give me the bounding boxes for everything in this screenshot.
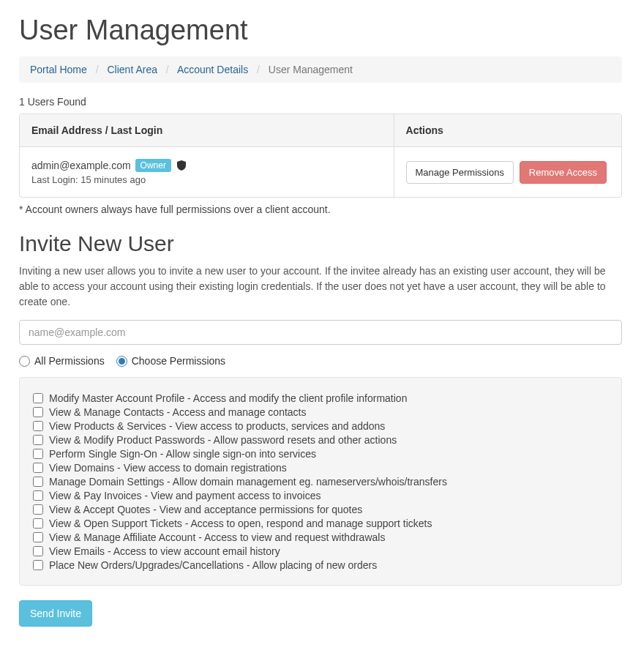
permission-item: View & Pay Invoices - View and payment a… <box>33 488 608 502</box>
column-header-email: Email Address / Last Login <box>20 114 394 147</box>
permission-label: Manage Domain Settings - Allow domain ma… <box>49 476 447 488</box>
breadcrumb-current: User Management <box>269 64 353 75</box>
breadcrumb-separator: / <box>166 64 169 75</box>
remove-access-button[interactable]: Remove Access <box>520 161 607 184</box>
radio-choose-permissions-label[interactable]: Choose Permissions <box>116 355 225 367</box>
users-table: Email Address / Last Login Actions admin… <box>19 113 622 198</box>
breadcrumb-separator: / <box>96 64 99 75</box>
permission-item: View & Manage Affiliate Account - Access… <box>33 530 608 544</box>
invite-description: Inviting a new user allows you to invite… <box>19 264 622 310</box>
owner-footnote: * Account owners always have full permis… <box>19 204 622 215</box>
permission-label: View & Modify Product Passwords - Allow … <box>49 434 397 446</box>
last-login-text: Last Login: 15 minutes ago <box>31 174 382 185</box>
permission-checkbox[interactable] <box>33 477 43 487</box>
permission-checkbox[interactable] <box>33 532 43 542</box>
radio-choose-permissions[interactable] <box>116 356 127 367</box>
permission-label: View Emails - Access to view account ema… <box>49 545 280 557</box>
table-row: admin@example.com Owner Last Login: 15 m… <box>20 147 621 197</box>
permission-label: View & Manage Contacts - Access and mana… <box>49 406 307 418</box>
permissions-panel: Modify Master Account Profile - Access a… <box>19 377 622 586</box>
permission-label: View & Pay Invoices - View and payment a… <box>49 490 320 501</box>
permission-checkbox[interactable] <box>33 435 43 445</box>
permission-label: View Products & Services - View access t… <box>49 420 385 432</box>
permission-item: Perform Single Sign-On - Allow single si… <box>33 447 608 460</box>
radio-all-permissions[interactable] <box>19 356 30 367</box>
permission-checkbox[interactable] <box>33 546 43 556</box>
permission-checkbox[interactable] <box>33 518 43 529</box>
permission-item: View & Open Support Tickets - Access to … <box>33 516 608 530</box>
radio-all-text: All Permissions <box>34 355 105 367</box>
permission-checkbox[interactable] <box>33 449 43 459</box>
permission-item: Manage Domain Settings - Allow domain ma… <box>33 474 608 488</box>
breadcrumb: Portal Home / Client Area / Account Deta… <box>19 56 622 83</box>
owner-badge: Owner <box>135 159 171 172</box>
permission-label: View & Manage Affiliate Account - Access… <box>49 531 385 543</box>
permission-label: View Domains - View access to domain reg… <box>49 462 287 474</box>
permission-item: View & Modify Product Passwords - Allow … <box>33 433 608 447</box>
permission-checkbox[interactable] <box>33 560 43 570</box>
permission-item: Modify Master Account Profile - Access a… <box>33 391 608 405</box>
permission-checkbox[interactable] <box>33 490 43 501</box>
invite-heading: Invite New User <box>19 231 622 256</box>
breadcrumb-portal-home[interactable]: Portal Home <box>30 64 87 75</box>
user-email: admin@example.com <box>31 160 131 171</box>
shield-icon <box>177 160 186 171</box>
radio-all-permissions-label[interactable]: All Permissions <box>19 355 105 367</box>
manage-permissions-button[interactable]: Manage Permissions <box>406 161 514 184</box>
breadcrumb-separator: / <box>257 64 260 75</box>
permission-item: Place New Orders/Upgrades/Cancellations … <box>33 558 608 572</box>
radio-choose-text: Choose Permissions <box>132 355 225 367</box>
permission-label: View & Accept Quotes - View and acceptan… <box>49 504 362 515</box>
breadcrumb-client-area[interactable]: Client Area <box>107 64 157 75</box>
permission-checkbox[interactable] <box>33 504 43 515</box>
permission-label: Perform Single Sign-On - Allow single si… <box>49 448 316 460</box>
column-header-actions: Actions <box>394 114 621 147</box>
permission-item: View Domains - View access to domain reg… <box>33 460 608 474</box>
permission-checkbox[interactable] <box>33 407 43 417</box>
breadcrumb-account-details[interactable]: Account Details <box>177 64 248 75</box>
invite-email-input[interactable] <box>19 320 622 345</box>
permission-item: View Emails - Access to view account ema… <box>33 544 608 558</box>
permission-checkbox[interactable] <box>33 463 43 473</box>
permission-label: Modify Master Account Profile - Access a… <box>49 392 407 404</box>
permission-label: View & Open Support Tickets - Access to … <box>49 518 432 529</box>
permission-mode-radios: All Permissions Choose Permissions <box>19 355 622 367</box>
users-found-text: 1 Users Found <box>19 96 622 108</box>
send-invite-button[interactable]: Send Invite <box>19 600 92 627</box>
permission-item: View & Accept Quotes - View and acceptan… <box>33 502 608 516</box>
permission-item: View Products & Services - View access t… <box>33 419 608 433</box>
permission-checkbox[interactable] <box>33 393 43 403</box>
permission-checkbox[interactable] <box>33 421 43 431</box>
permission-item: View & Manage Contacts - Access and mana… <box>33 405 608 419</box>
page-title: User Management <box>19 15 622 46</box>
permission-label: Place New Orders/Upgrades/Cancellations … <box>49 559 377 571</box>
